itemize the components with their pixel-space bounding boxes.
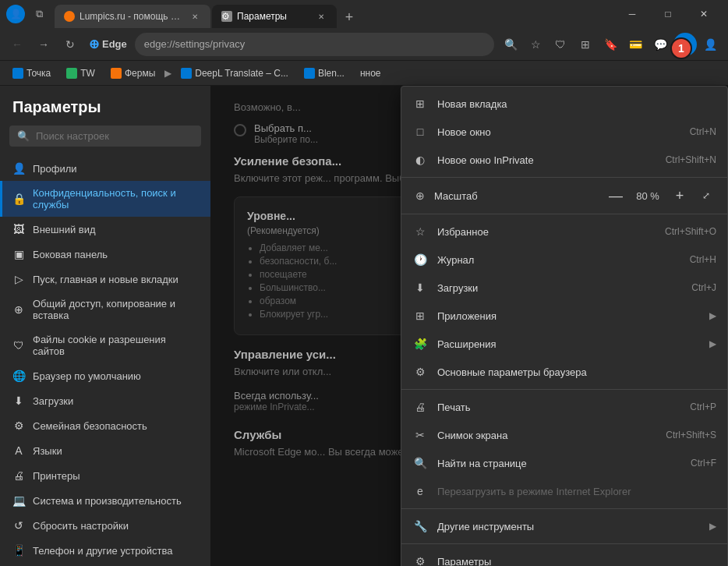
sidebar-icon-privacy: 🔒 xyxy=(12,193,25,205)
menu-icon-apps: ⊞ xyxy=(412,308,428,324)
bookmark-5[interactable]: Blen... xyxy=(298,65,351,82)
sidebar-icon-sharing: ⊕ xyxy=(12,303,25,316)
shortcut-screenshot: Ctrl+Shift+S xyxy=(666,430,716,440)
sidebar-item-sidebar[interactable]: ▣ Боковая панель xyxy=(0,242,210,267)
menu-icon-inprivate: ◐ xyxy=(412,152,428,168)
tab-1[interactable]: Lumpics.ru - помощь с компьют... ✕ xyxy=(55,5,210,28)
menu-label-new-tab: Новая вкладка xyxy=(437,98,716,110)
wallet-icon[interactable]: 💳 xyxy=(624,33,647,56)
zoom-icon: ⊕ xyxy=(412,188,428,203)
menu-icon-print: 🖨 xyxy=(412,399,428,415)
address-input[interactable]: edge://settings/privacy xyxy=(135,33,494,56)
bookmark-5-icon xyxy=(304,68,315,79)
sidebar-item-default[interactable]: 🌐 Браузер по умолчанию xyxy=(0,363,210,388)
menu-item-favorites[interactable]: ☆ Избранное Ctrl+Shift+O xyxy=(401,218,727,246)
menu-item-extensions[interactable]: 🧩 Расширения ▶ xyxy=(401,330,727,358)
zoom-row: ⊕ Масштаб — 80 % + ⤢ xyxy=(401,181,727,210)
sidebar-icon-languages: A xyxy=(12,444,25,457)
sidebar-item-privacy[interactable]: 🔒 Конфиденциальность, поиск и службы xyxy=(0,181,210,217)
menu-item-ie-mode: e Перезагрузить в режиме Internet Explor… xyxy=(401,477,727,505)
shield-icon[interactable]: 🛡 xyxy=(549,33,572,56)
refresh-button[interactable]: ↻ xyxy=(59,34,81,55)
zoom-plus[interactable]: + xyxy=(670,186,690,206)
sidebar-item-languages[interactable]: A Языки xyxy=(0,438,210,463)
bookmark-2[interactable]: TW xyxy=(60,65,101,82)
menu-item-history[interactable]: 🕐 Журнал Ctrl+H xyxy=(401,246,727,274)
zoom-expand[interactable]: ⤢ xyxy=(696,186,716,206)
search-box[interactable]: 🔍 xyxy=(9,126,201,147)
badge-1: 1 xyxy=(670,37,692,59)
sidebar-item-phone[interactable]: 📱 Телефон и другие устройства xyxy=(0,538,210,563)
bookmark-5-label: Blen... xyxy=(318,68,345,79)
menu-icon-screenshot: ✂ xyxy=(412,427,428,443)
search-input[interactable] xyxy=(36,130,193,142)
maximize-button[interactable]: □ xyxy=(650,0,686,28)
toolbar-icons: 🔍 ☆ 🛡 ⊞ 🔖 💳 💬 ··· 1 👤 xyxy=(499,33,722,56)
menu-item-screenshot[interactable]: ✂ Снимок экрана Ctrl+Shift+S xyxy=(401,421,727,449)
menu-item-other-tools[interactable]: 🔧 Другие инструменты ▶ xyxy=(401,512,727,540)
menu-divider-19 xyxy=(401,543,727,544)
collections-icon[interactable]: 🔖 xyxy=(599,33,622,56)
tab-overview-icon[interactable]: ⧉ xyxy=(30,5,48,23)
menu-item-downloads[interactable]: ⬇ Загрузки Ctrl+J xyxy=(401,274,727,302)
new-tab-button[interactable]: + xyxy=(338,6,360,28)
sidebar-item-accessibility[interactable]: ♿ Специальные возможности xyxy=(0,563,210,566)
shortcut-history: Ctrl+H xyxy=(690,254,716,265)
sidebar-item-family[interactable]: ⚙ Семейная безопасность xyxy=(0,413,210,438)
menu-item-new-tab[interactable]: ⊞ Новая вкладка xyxy=(401,90,727,118)
bookmark-1[interactable]: Точка xyxy=(6,65,57,82)
edge-brand-text: Edge xyxy=(102,38,127,50)
menu-icon-find: 🔍 xyxy=(412,455,428,471)
forward-button[interactable]: → xyxy=(33,34,55,55)
sidebar-item-profiles[interactable]: 👤 Профили xyxy=(0,156,210,181)
menu-item-new-window[interactable]: □ Новое окно Ctrl+N xyxy=(401,118,727,146)
bookmark-arrow: ▶ xyxy=(164,68,171,79)
sidebar-item-appearance[interactable]: 🖼 Внешний вид xyxy=(0,217,210,242)
menu-icon-new-window: □ xyxy=(412,124,428,140)
menu-divider-17 xyxy=(401,508,727,509)
sidebar-icon-downloads: ⬇ xyxy=(12,394,25,407)
sidebar-item-system[interactable]: 💻 Система и производительность xyxy=(0,488,210,513)
menu-item-apps[interactable]: ⊞ Приложения ▶ xyxy=(401,302,727,330)
tab-1-close[interactable]: ✕ xyxy=(189,10,201,23)
sidebar-item-cookies[interactable]: 🛡 Файлы cookie и разрешения сайтов xyxy=(0,327,210,363)
tab-1-favicon xyxy=(64,11,75,22)
shortcut-print: Ctrl+P xyxy=(690,402,716,412)
bookmark-4[interactable]: DeepL Translate – С... xyxy=(175,65,295,82)
sidebar-icon-cookies: 🛡 xyxy=(12,339,25,352)
menu-item-browser-settings[interactable]: ⚙ Основные параметры браузера xyxy=(401,358,727,386)
more-btn-wrap: ··· 1 xyxy=(673,33,697,56)
feedback-icon[interactable]: 💬 xyxy=(648,33,672,56)
back-button[interactable]: ← xyxy=(6,34,28,55)
minimize-button[interactable]: ─ xyxy=(614,0,650,28)
sidebar-nav: 👤 Профили 🔒 Конфиденциальность, поиск и … xyxy=(0,156,210,566)
sidebar-item-downloads[interactable]: ⬇ Загрузки xyxy=(0,388,210,413)
zoom-minus[interactable]: — xyxy=(606,186,626,206)
tab-strip: Lumpics.ru - помощь с компьют... ✕ ⚙ Пар… xyxy=(55,0,608,28)
profile-icon[interactable]: 👤 xyxy=(698,33,722,56)
sidebar-item-reset[interactable]: ↺ Сбросить настройки xyxy=(0,513,210,538)
bookmark-3[interactable]: Фермы xyxy=(104,65,161,82)
tab-2[interactable]: ⚙ Параметры ✕ xyxy=(212,5,337,28)
titlebar: 👤 ⧉ Lumpics.ru - помощь с компьют... ✕ ⚙… xyxy=(0,0,728,28)
profile-avatar[interactable]: 👤 xyxy=(6,5,25,23)
sidebar-item-sharing[interactable]: ⊕ Общий доступ, копирование и вставка xyxy=(0,292,210,327)
menu-icon-ie-mode: e xyxy=(412,483,428,499)
sidebar-item-printers[interactable]: 🖨 Принтеры xyxy=(0,463,210,488)
url-text: edge://settings/privacy xyxy=(144,38,245,50)
favorites-icon[interactable]: ☆ xyxy=(524,33,547,56)
menu-item-print[interactable]: 🖨 Печать Ctrl+P xyxy=(401,393,727,421)
menu-item-find[interactable]: 🔍 Найти на странице Ctrl+F xyxy=(401,449,727,477)
menu-item-inprivate[interactable]: ◐ Новое окно InPrivate Ctrl+Shift+N xyxy=(401,146,727,174)
menu-icon-browser-settings: ⚙ xyxy=(412,364,428,380)
search-icon[interactable]: 🔍 xyxy=(499,33,522,56)
bookmark-6[interactable]: нное xyxy=(354,65,387,82)
close-button[interactable]: ✕ xyxy=(686,0,722,28)
sidebar-item-startup[interactable]: ▷ Пуск, главная и новые вкладки xyxy=(0,267,210,292)
tab-2-close[interactable]: ✕ xyxy=(315,10,327,23)
menu-item-settings[interactable]: ⚙ Параметры xyxy=(401,547,727,566)
bookmark-2-label: TW xyxy=(80,68,95,79)
address-bar: ← → ↻ ⊕ Edge edge://settings/privacy 🔍 ☆… xyxy=(0,28,728,61)
split-view-icon[interactable]: ⊞ xyxy=(574,33,597,56)
menu-label-ie-mode: Перезагрузить в режиме Internet Explorer xyxy=(437,486,716,497)
